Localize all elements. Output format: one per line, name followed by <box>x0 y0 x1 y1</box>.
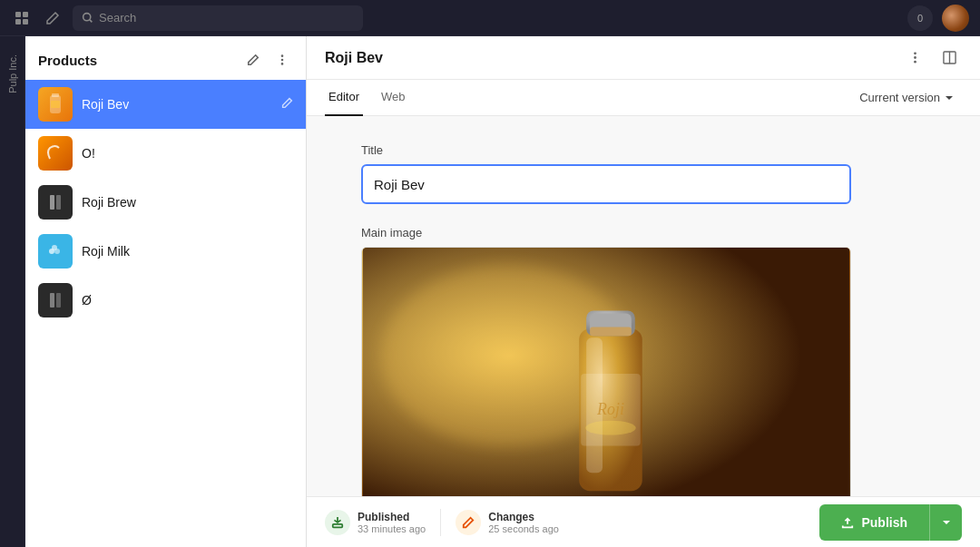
brew-icon <box>43 190 68 215</box>
topbar-right: 0 <box>907 5 969 32</box>
svg-rect-33 <box>333 523 343 527</box>
beverage-bottle-svg: Roji <box>362 248 850 496</box>
svg-point-5 <box>281 54 284 57</box>
content-title: Roji Bev <box>325 50 902 66</box>
products-title: Products <box>38 53 235 68</box>
app-name-label: Pulp Inc. <box>7 54 18 93</box>
grid-icon[interactable] <box>11 7 33 29</box>
search-bar[interactable]: Search <box>73 5 363 31</box>
content-header-actions <box>902 45 962 71</box>
svg-rect-1 <box>23 12 28 17</box>
svg-point-32 <box>585 421 636 435</box>
svg-rect-10 <box>51 101 60 108</box>
product-thumb-empty <box>38 283 73 317</box>
product-name-roji-bev: Roji Bev <box>82 97 272 112</box>
product-item-empty[interactable]: Ø <box>25 276 306 325</box>
products-panel: Products <box>25 36 307 547</box>
product-name-o: O! <box>82 146 272 161</box>
content-header: Roji Bev <box>307 36 980 80</box>
svg-rect-12 <box>56 195 61 210</box>
published-status: Published 33 minutes ago <box>325 510 426 535</box>
published-label: Published <box>358 511 426 523</box>
search-placeholder: Search <box>99 11 136 24</box>
title-field-group: Title <box>361 143 926 204</box>
svg-rect-16 <box>50 293 54 308</box>
main-image-container[interactable]: Roji <box>361 247 851 496</box>
changes-text: Changes 25 seconds ago <box>488 511 559 534</box>
title-label: Title <box>361 143 926 157</box>
svg-rect-29 <box>590 327 632 336</box>
svg-rect-11 <box>50 195 54 210</box>
sidebar-narrow: Pulp Inc. <box>0 36 25 547</box>
empty-thumb-icon <box>43 288 68 313</box>
content-tabs: Editor Web Current version <box>307 80 980 116</box>
svg-rect-0 <box>15 12 21 17</box>
content-area: Roji Bev E <box>307 36 980 547</box>
changes-label: Changes <box>488 511 559 523</box>
publish-dropdown-button[interactable] <box>929 504 962 541</box>
product-name-roji-brew: Roji Brew <box>82 195 272 210</box>
svg-rect-17 <box>56 293 61 308</box>
svg-rect-2 <box>15 19 21 24</box>
notification-badge[interactable]: 0 <box>907 5 933 31</box>
topbar: Search 0 <box>0 0 980 36</box>
published-icon <box>325 510 350 535</box>
chevron-down-icon <box>944 93 955 103</box>
products-header: Products <box>25 36 306 80</box>
o-icon <box>43 141 68 166</box>
svg-point-7 <box>281 63 284 65</box>
milk-icon <box>43 239 68 264</box>
title-input[interactable] <box>361 164 851 204</box>
bottom-actions: Publish <box>819 504 962 541</box>
svg-point-20 <box>914 61 916 63</box>
main-layout: Pulp Inc. Products <box>0 36 980 547</box>
tab-right: Current version <box>852 87 962 108</box>
published-time: 33 minutes ago <box>358 523 426 534</box>
product-thumb-roji-milk <box>38 234 73 269</box>
product-edit-icon-roji-bev[interactable] <box>281 97 293 112</box>
product-thumb-o <box>38 136 73 171</box>
svg-rect-3 <box>23 19 28 24</box>
svg-point-4 <box>83 14 91 21</box>
svg-text:Roji: Roji <box>596 400 624 418</box>
svg-point-6 <box>281 59 284 62</box>
status-divider <box>440 509 441 536</box>
publish-icon <box>841 516 854 529</box>
layout-icon[interactable] <box>936 45 962 71</box>
svg-point-19 <box>914 56 916 59</box>
more-options-icon[interactable] <box>271 49 293 71</box>
svg-rect-9 <box>52 93 59 97</box>
product-name-roji-milk: Roji Milk <box>82 244 272 259</box>
changes-status: Changes 25 seconds ago <box>456 510 559 535</box>
editor-body: Title Main image <box>307 116 980 496</box>
bottle-icon <box>43 92 68 117</box>
svg-point-18 <box>914 52 916 54</box>
tab-web[interactable]: Web <box>377 80 409 116</box>
tab-editor[interactable]: Editor <box>325 80 363 116</box>
main-image-field-group: Main image <box>361 226 926 496</box>
version-selector[interactable]: Current version <box>852 87 962 108</box>
published-text: Published 33 minutes ago <box>358 511 426 534</box>
changes-icon <box>456 510 481 535</box>
changes-time: 25 seconds ago <box>488 523 559 534</box>
svg-point-15 <box>52 245 57 250</box>
product-item-roji-milk[interactable]: Roji Milk <box>25 227 306 276</box>
product-item-o[interactable]: O! <box>25 129 306 178</box>
product-name-empty: Ø <box>82 293 293 308</box>
product-item-roji-bev[interactable]: Roji Bev <box>25 80 306 129</box>
product-list: Roji Bev O! <box>25 80 306 547</box>
add-product-icon[interactable] <box>242 49 264 71</box>
main-image-label: Main image <box>361 226 926 239</box>
publish-button[interactable]: Publish <box>819 504 929 541</box>
product-thumb-roji-bev <box>38 87 73 122</box>
product-thumb-roji-brew <box>38 185 73 220</box>
edit-icon[interactable] <box>42 7 64 29</box>
more-icon[interactable] <box>902 45 927 71</box>
product-item-roji-brew[interactable]: Roji Brew <box>25 178 306 227</box>
avatar[interactable] <box>942 5 969 32</box>
bottom-bar: Published 33 minutes ago Changes 25 seco… <box>307 496 980 547</box>
dropdown-chevron-icon <box>941 517 952 528</box>
